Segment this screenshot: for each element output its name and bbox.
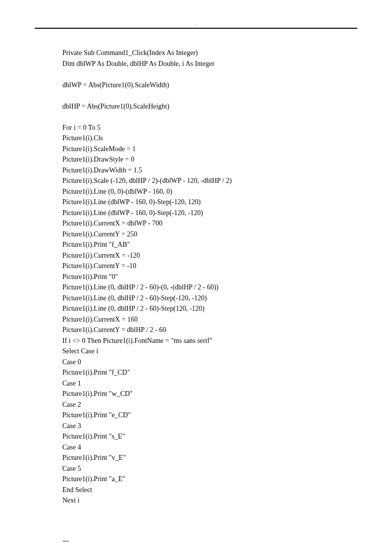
code-line: Picture1(i).Line (dblWP - 160, 0)-Step(-… — [62, 197, 357, 208]
code-line: Picture1(i).Scale (-120, dblHP / 2)-(dbl… — [62, 175, 357, 186]
code-line: Case 5 — [62, 463, 357, 474]
code-line: Case 3 — [62, 421, 357, 432]
code-line: Picture1(i).Line (0, dblHP / 2 - 60)-Ste… — [62, 303, 357, 314]
code-line: Picture1(i).Print "a_E" — [62, 474, 357, 485]
code-line: Private Sub Command1_Click(Index As Inte… — [62, 48, 357, 58]
code-line: Picture1(i).Print "v_E" — [62, 452, 357, 463]
code-line: Dim dblWP As Double, dblHP As Double, i … — [62, 58, 357, 69]
code-line: Case 4 — [62, 442, 357, 453]
code-line: Picture1(i).Print "e_CD" — [62, 410, 357, 421]
code-line: Picture1(i).CurrentX = -120 — [62, 250, 357, 261]
document-page: . Private Sub Command1_Click(Index As In… — [0, 0, 392, 555]
code-line: Picture1(i).Print "f_AB" — [62, 239, 357, 250]
code-line: dblHP = Abs(Picture1(0).ScaleHeight) — [62, 101, 357, 112]
code-line: Picture1(i).DrawWidth = 1.5 — [62, 165, 357, 176]
code-line: Picture1(i).Print "w_CD" — [62, 388, 357, 399]
footer-ellipsis: ..... — [62, 536, 357, 544]
code-line: Picture1(i).CurrentY = -10 — [62, 261, 357, 272]
header-dot: . — [35, 23, 357, 26]
code-line: dblWP = Abs(Picture1(0).ScaleWidth) — [62, 80, 357, 91]
code-line: Picture1(i).Print "f_CD" — [62, 367, 357, 378]
code-line: If i <> 0 Then Picture1(i).FontName = "m… — [62, 335, 357, 346]
code-line: Select Case i — [62, 346, 357, 357]
code-line: Next i — [62, 495, 357, 506]
code-line: Picture1(i).Line (dblWP - 160, 0)-Step(-… — [62, 208, 357, 219]
code-line: Picture1(i).ScaleMode = 1 — [62, 144, 357, 155]
code-line: Picture1(i).Line (0, dblHP / 2 - 60)-(0,… — [62, 282, 357, 293]
code-line: Case 1 — [62, 378, 357, 389]
code-line: Case 2 — [62, 399, 357, 410]
code-line: Picture1(i).CurrentX = 160 — [62, 314, 357, 325]
blank-line — [62, 90, 357, 101]
code-line: Picture1(i).CurrentX = dblWP - 700 — [62, 218, 357, 229]
blank-line — [62, 69, 357, 80]
blank-line — [62, 111, 357, 122]
code-line: Picture1(i).DrawStyle = 0 — [62, 154, 357, 165]
code-line: Picture1(i).Cls — [62, 133, 357, 144]
code-line: Picture1(i).CurrentY = 250 — [62, 229, 357, 240]
code-line: Case 0 — [62, 357, 357, 368]
top-rule — [35, 28, 357, 29]
code-line: Picture1(i).Line (0, dblHP / 2 - 60)-Ste… — [62, 293, 357, 304]
code-line: For i = 0 To 5 — [62, 122, 357, 133]
code-line: Picture1(i).CurrentY = dblHP / 2 - 60 — [62, 325, 357, 335]
code-line: Picture1(i).Line (0, 0)-(dblWP - 160, 0) — [62, 186, 357, 197]
code-listing: Private Sub Command1_Click(Index As Inte… — [62, 48, 357, 506]
code-line: End Select — [62, 485, 357, 496]
code-line: Picture1(i).Print "s_E" — [62, 431, 357, 442]
code-line: Picture1(i).Print "0" — [62, 272, 357, 282]
